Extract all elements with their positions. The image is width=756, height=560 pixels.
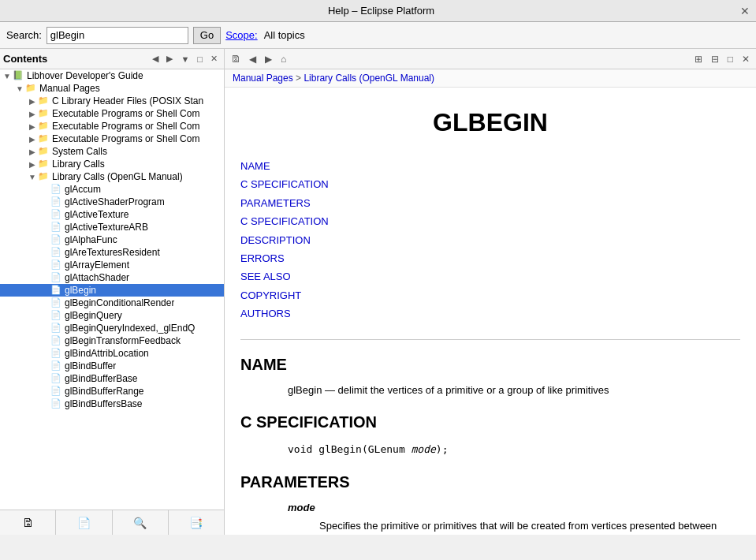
bottom-btn-3[interactable]: 🔍 [113, 510, 169, 535]
tree-label-glBeginQueryIndexed_glEndQ: glBeginQueryIndexed,_glEndQ [65, 323, 195, 334]
left-panel: Contents ◀ ▶ ▼ □ ✕ ▼Libhover Developer's… [0, 49, 225, 535]
tree-item-glBindBufferRange[interactable]: glBindBufferRange [0, 385, 224, 398]
tree-toggle-exec2[interactable]: ▶ [27, 122, 38, 131]
toc-link-4[interactable]: DESCRIPTION [240, 231, 740, 249]
page-icon-glBeginQueryIndexed_glEndQ [50, 323, 63, 334]
tree-item-libcalls[interactable]: ▶Library Calls [0, 158, 224, 170]
divider [240, 339, 740, 340]
rt-btn-home[interactable]: ⌂ [277, 52, 289, 66]
tree-label-libcallsopengl: Library Calls (OpenGL Manual) [52, 171, 183, 182]
tree-item-exec1[interactable]: ▶Executable Programs or Shell Com [0, 107, 224, 120]
tree-toggle-cheader[interactable]: ▶ [27, 97, 38, 106]
tree-label-exec1: Executable Programs or Shell Com [52, 108, 199, 119]
tree-item-glArrayElement[interactable]: glArrayElement [0, 259, 224, 271]
go-button[interactable]: Go [193, 27, 221, 44]
rt-btn-collapse[interactable]: ⊟ [708, 52, 722, 66]
toolbar-collapse-btn[interactable]: ▼ [177, 53, 192, 65]
toc-link-0[interactable]: NAME [240, 157, 740, 175]
bottom-toolbar: 🖺 📄 🔍 📑 [0, 510, 224, 535]
rt-btn-back[interactable]: ◀ [246, 52, 259, 66]
breadcrumb-opengl[interactable]: Library Calls (OpenGL Manual) [304, 73, 434, 84]
breadcrumb-manual-pages[interactable]: Manual Pages [233, 73, 293, 84]
tree-item-glBegin[interactable]: glBegin [0, 284, 224, 297]
tree-item-glBindBuffersBase[interactable]: glBindBuffersBase [0, 398, 224, 410]
cspec-code: void glBegin(GLenum mode); [288, 442, 740, 457]
scope-value: All topics [264, 29, 305, 41]
tree-item-glBindAttribLocation[interactable]: glBindAttribLocation [0, 347, 224, 360]
toolbar-forward-btn[interactable]: ▶ [163, 52, 176, 65]
tree-toggle-exec1[interactable]: ▶ [27, 110, 38, 118]
tree-item-exec3[interactable]: ▶Executable Programs or Shell Com [0, 133, 224, 145]
tree-item-glBeginConditionalRender[interactable]: glBeginConditionalRender [0, 297, 224, 309]
tree-label-glActiveTexture: glActiveTexture [65, 209, 128, 220]
param-desc: Specifies the primitive or primitives th… [319, 518, 740, 535]
tree-label-glActiveShaderProgram: glActiveShaderProgram [65, 196, 165, 207]
tree-item-glBeginQuery[interactable]: glBeginQuery [0, 309, 224, 322]
rt-btn-print[interactable]: 🖺 [228, 52, 244, 66]
tree-item-glAccum[interactable]: glAccum [0, 183, 224, 196]
tree-item-glActiveShaderProgram[interactable]: glActiveShaderProgram [0, 196, 224, 208]
tree-item-cheader[interactable]: ▶C Library Header Files (POSIX Stan [0, 95, 224, 107]
toc-link-2[interactable]: PARAMETERS [240, 194, 740, 212]
tree-item-glActiveTextureARB[interactable]: glActiveTextureARB [0, 221, 224, 233]
tree-toggle-libcalls[interactable]: ▶ [27, 160, 38, 169]
tree-toggle-manualpages[interactable]: ▼ [14, 84, 25, 93]
tree-item-glBindBuffer[interactable]: glBindBuffer [0, 360, 224, 372]
toc-link-6[interactable]: SEE ALSO [240, 267, 740, 286]
bottom-btn-1[interactable]: 🖺 [0, 510, 56, 535]
toc-link-1[interactable]: C SPECIFICATION [240, 175, 740, 193]
tree-item-glAttachShader[interactable]: glAttachShader [0, 271, 224, 284]
tree-container[interactable]: ▼Libhover Developer's Guide▼Manual Pages… [0, 69, 224, 510]
tree-item-glBindBufferBase[interactable]: glBindBufferBase [0, 372, 224, 385]
toolbar-back-btn[interactable]: ◀ [149, 52, 162, 65]
tree-item-syscalls[interactable]: ▶System Calls [0, 145, 224, 158]
folder-icon-exec1 [38, 108, 50, 119]
tree-label-glActiveTextureARB: glActiveTextureARB [65, 222, 148, 233]
tree-item-glAlphaFunc[interactable]: glAlphaFunc [0, 233, 224, 246]
name-text: glBegin — delimit the vertices of a prim… [288, 383, 740, 398]
toc-link-8[interactable]: AUTHORS [240, 304, 740, 323]
page-icon-glActiveTexture [50, 209, 63, 220]
book-icon-libhover [13, 70, 25, 81]
tree-label-glBindBuffersBase: glBindBuffersBase [65, 398, 143, 409]
page-icon-glBindBuffersBase [50, 398, 63, 409]
bottom-btn-4[interactable]: 📑 [169, 510, 224, 535]
content-area[interactable]: GLBEGIN NAMEC SPECIFICATIONPARAMETERSC S… [225, 88, 756, 535]
tree-label-exec3: Executable Programs or Shell Com [52, 133, 199, 144]
contents-label: Contents [3, 53, 147, 65]
tree-item-glBeginQueryIndexed_glEndQ[interactable]: glBeginQueryIndexed,_glEndQ [0, 322, 224, 334]
folder-icon-manualpages [25, 83, 38, 94]
tree-item-glBeginTransformFeedback[interactable]: glBeginTransformFeedback [0, 334, 224, 347]
rt-btn-forward[interactable]: ▶ [262, 52, 275, 66]
tree-item-libhover[interactable]: ▼Libhover Developer's Guide [0, 69, 224, 82]
tree-item-glAreTexturesResident[interactable]: glAreTexturesResident [0, 246, 224, 259]
name-heading: NAME [240, 353, 740, 376]
tree-item-glActiveTexture[interactable]: glActiveTexture [0, 208, 224, 221]
tree-label-glBeginConditionalRender: glBeginConditionalRender [65, 297, 174, 308]
tree-toggle-libcallsopengl[interactable]: ▼ [27, 173, 38, 181]
toc-link-7[interactable]: COPYRIGHT [240, 286, 740, 304]
rt-btn-close[interactable]: ✕ [739, 52, 753, 66]
left-toolbar: Contents ◀ ▶ ▼ □ ✕ [0, 49, 224, 69]
toc-link-5[interactable]: ERRORS [240, 249, 740, 267]
close-button[interactable]: ✕ [740, 5, 750, 17]
tree-label-glBeginTransformFeedback: glBeginTransformFeedback [65, 335, 181, 346]
right-toolbar: 🖺 ◀ ▶ ⌂ ⊞ ⊟ □ ✕ [225, 49, 756, 69]
tree-toggle-libhover[interactable]: ▼ [2, 72, 13, 80]
rt-btn-maximize[interactable]: □ [724, 52, 736, 66]
toolbar-close-btn[interactable]: ✕ [207, 52, 221, 65]
tree-item-libcallsopengl[interactable]: ▼Library Calls (OpenGL Manual) [0, 170, 224, 183]
search-input[interactable] [47, 27, 188, 44]
toolbar-maximize-btn[interactable]: □ [194, 53, 206, 65]
toc-link-3[interactable]: C SPECIFICATION [240, 212, 740, 230]
tree-label-glAttachShader: glAttachShader [65, 272, 129, 283]
scope-link[interactable]: Scope: [225, 29, 257, 41]
tree-item-manualpages[interactable]: ▼Manual Pages [0, 82, 224, 95]
bottom-btn-2[interactable]: 📄 [56, 510, 112, 535]
tree-label-glAccum: glAccum [65, 184, 101, 195]
tree-item-exec2[interactable]: ▶Executable Programs or Shell Com [0, 120, 224, 133]
tree-toggle-exec3[interactable]: ▶ [27, 135, 38, 144]
tree-toggle-syscalls[interactable]: ▶ [27, 147, 38, 156]
rt-btn-expand[interactable]: ⊞ [691, 52, 706, 66]
page-icon-glAreTexturesResident [50, 247, 63, 258]
